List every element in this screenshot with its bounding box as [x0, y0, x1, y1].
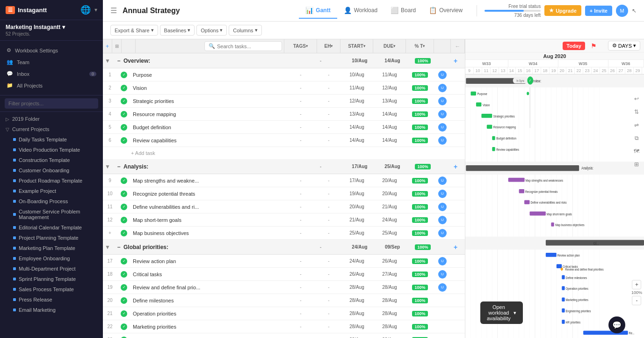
task-name[interactable]: Marketing priorities: [131, 324, 284, 330]
globe-icon[interactable]: 🌐: [80, 5, 91, 15]
task-name[interactable]: Operation priorities: [131, 311, 284, 316]
table-icon[interactable]: ⊞: [631, 159, 642, 170]
task-check[interactable]: [117, 297, 131, 304]
baselines-button[interactable]: Baselines ▾: [160, 25, 195, 36]
zoom-out-button[interactable]: -: [632, 296, 641, 305]
sidebar-item-sales-process[interactable]: Sales Process Template: [0, 284, 103, 294]
sort-icon[interactable]: ⇅: [631, 106, 642, 118]
sidebar-item-on-boarding[interactable]: On-Boarding Process: [0, 196, 103, 206]
sidebar-item-daily-tasks[interactable]: Daily Tasks Template: [0, 134, 103, 145]
task-check[interactable]: [117, 271, 131, 278]
task-check[interactable]: [117, 191, 131, 197]
task-name[interactable]: Define vulnerabilities and ri...: [131, 204, 284, 210]
today-button[interactable]: Today: [563, 42, 585, 50]
tab-overview[interactable]: 📋 Overview: [422, 3, 469, 19]
add-col-icon[interactable]: +: [103, 39, 112, 53]
sidebar-item-email-marketing[interactable]: Email Marketing: [0, 305, 103, 315]
sidebar-item-employee-onboarding[interactable]: Employee Onboarding: [0, 253, 103, 264]
undo-icon[interactable]: ↩: [631, 93, 642, 104]
sidebar-item-example-project[interactable]: Example Project: [0, 186, 103, 196]
task-check[interactable]: [117, 230, 131, 236]
copy-icon[interactable]: ⧉: [631, 132, 642, 144]
sidebar-item-project-planning[interactable]: Project Planning Template: [0, 233, 103, 243]
task-check[interactable]: [117, 124, 131, 131]
search-box[interactable]: 🔍: [204, 41, 282, 51]
map-icon[interactable]: 🗺: [631, 146, 642, 157]
task-check[interactable]: [117, 323, 131, 330]
task-check[interactable]: [117, 204, 131, 210]
group-toggle-icon[interactable]: ▼: [105, 163, 114, 170]
col-header-arrow[interactable]: ←: [451, 39, 465, 53]
tab-board[interactable]: ⬜ Board: [384, 3, 422, 19]
add-task-icon[interactable]: +: [454, 163, 463, 170]
chevron-icon[interactable]: ▾: [94, 7, 97, 13]
task-check[interactable]: [117, 137, 131, 144]
task-check[interactable]: [117, 217, 131, 223]
sidebar-item-press-release[interactable]: Press Release: [0, 294, 103, 305]
sidebar-folder-current[interactable]: ▽ Current Projects: [0, 124, 103, 134]
link-icon[interactable]: ⇌: [631, 119, 642, 131]
sidebar-item-all-projects[interactable]: 📁 All Projects: [0, 80, 103, 91]
task-name[interactable]: Resource mapping: [131, 111, 284, 117]
group-toggle-icon[interactable]: ▼: [105, 58, 114, 64]
task-name[interactable]: Review and define final prio...: [131, 285, 284, 290]
sidebar-item-marketing-plan[interactable]: Marketing Plan Template: [0, 243, 103, 253]
col-header-start[interactable]: START ▾: [340, 39, 373, 53]
col-header-pct[interactable]: % T ▾: [406, 39, 434, 53]
task-check[interactable]: [117, 72, 131, 78]
task-check[interactable]: [117, 85, 131, 91]
task-name[interactable]: Map short-term goals: [131, 217, 284, 223]
task-name[interactable]: Strategic priorities: [131, 98, 284, 104]
group-minus-icon[interactable]: −: [114, 244, 123, 250]
group-minus-icon[interactable]: −: [114, 58, 123, 64]
sidebar-item-sprint-planning[interactable]: Sprint Planning Template: [0, 274, 103, 284]
task-check[interactable]: [117, 337, 131, 338]
sidebar-filter[interactable]: [0, 96, 103, 112]
task-check[interactable]: [117, 284, 131, 291]
filter-input[interactable]: [5, 98, 98, 109]
task-check[interactable]: [117, 177, 131, 184]
sidebar-folder-2019[interactable]: ▷ 2019 Folder: [0, 114, 103, 124]
group-minus-icon[interactable]: −: [114, 163, 123, 170]
tab-workload[interactable]: 👤 Workload: [337, 3, 384, 19]
col-header-tags[interactable]: TAGS ▾: [284, 39, 317, 53]
task-name[interactable]: Purpose: [131, 72, 284, 78]
sidebar-item-video-production[interactable]: Video Production Template: [0, 145, 103, 155]
task-name[interactable]: Critical tasks: [131, 272, 284, 277]
sidebar-item-customer-service[interactable]: Customer Service Problem Management: [0, 206, 103, 222]
task-name[interactable]: Budget definition: [131, 125, 284, 130]
task-name[interactable]: Review action plan: [131, 258, 284, 264]
task-name[interactable]: Recognize potential threats: [131, 191, 284, 197]
options-button[interactable]: Options ▾: [196, 25, 227, 36]
tab-gantt[interactable]: 📊 Gantt: [299, 3, 337, 19]
search-input[interactable]: [217, 44, 278, 49]
task-name[interactable]: Review capabilities: [131, 138, 284, 143]
sidebar-item-editorial[interactable]: Editorial Calendar Template: [0, 222, 103, 233]
add-task-overview[interactable]: + Add task: [103, 147, 465, 159]
group-toggle-icon[interactable]: ▼: [105, 244, 114, 250]
task-check[interactable]: [117, 98, 131, 104]
task-name[interactable]: Define milestones: [131, 298, 284, 303]
workspace-name[interactable]: Marketing Instagantt ▾: [6, 24, 97, 30]
task-check[interactable]: [117, 258, 131, 265]
sidebar-item-construction[interactable]: Construction Template: [0, 155, 103, 165]
task-check[interactable]: [117, 310, 131, 317]
task-check[interactable]: [117, 111, 131, 118]
col-header-eh[interactable]: EH ▾: [317, 39, 340, 53]
sidebar-item-multi-department[interactable]: Multi-Department Project: [0, 264, 103, 274]
open-workload-button[interactable]: Open workload availability ▾: [480, 301, 523, 324]
user-avatar-button[interactable]: M: [616, 5, 628, 17]
sidebar-item-workbook[interactable]: ⚙ Workbook Settings: [0, 44, 103, 56]
task-name[interactable]: Map strengths and weakne...: [131, 178, 284, 184]
export-share-button[interactable]: Export & Share ▾: [110, 25, 158, 36]
add-task-icon[interactable]: +: [454, 243, 463, 251]
days-button[interactable]: ⚙ DAYS ▾: [608, 41, 640, 51]
upgrade-button[interactable]: ★ Upgrade: [544, 5, 581, 16]
task-name[interactable]: Vision: [131, 85, 284, 91]
columns-button[interactable]: Columns ▾: [229, 25, 261, 36]
col-header-due[interactable]: DUE ▾: [373, 39, 406, 53]
zoom-in-button[interactable]: +: [632, 280, 641, 289]
sidebar-item-product-roadmap[interactable]: Product Roadmap Template: [0, 176, 103, 186]
col-expand[interactable]: ⊞: [112, 39, 122, 53]
sidebar-item-team[interactable]: 👥 Team: [0, 56, 103, 68]
